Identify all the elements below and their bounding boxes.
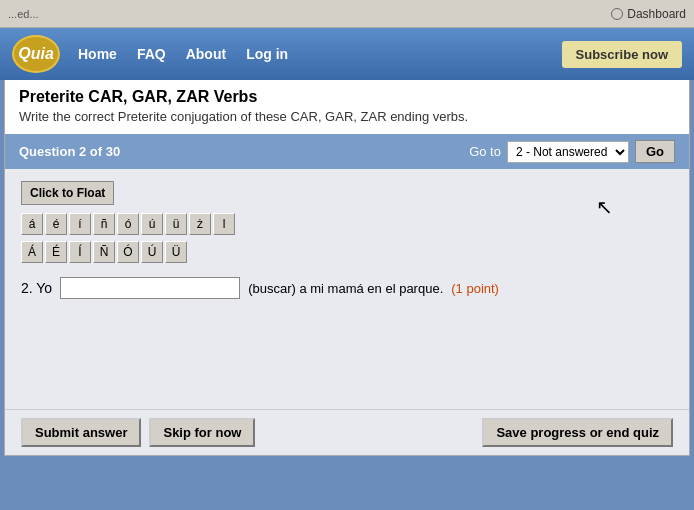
page-title: Preterite CAR, GAR, ZAR Verbs: [19, 88, 675, 106]
page-wrapper: Preterite CAR, GAR, ZAR Verbs Write the …: [4, 80, 690, 456]
char-A-acute[interactable]: Á: [21, 241, 43, 263]
char-u-acute[interactable]: ú: [141, 213, 163, 235]
goto-text: Go to: [469, 144, 501, 159]
dashboard-icon: [611, 8, 623, 20]
question-rest: (buscar) a mi mamá en el parque.: [248, 281, 443, 296]
char-z-dot[interactable]: ż: [189, 213, 211, 235]
nav-links: Home FAQ About Log in: [70, 42, 296, 66]
char-l[interactable]: l: [213, 213, 235, 235]
quia-navbar: Quia Home FAQ About Log in Subscribe now: [0, 28, 694, 80]
char-ntilde[interactable]: ñ: [93, 213, 115, 235]
dashboard-text: Dashboard: [627, 7, 686, 21]
save-progress-button[interactable]: Save progress or end quiz: [482, 418, 673, 447]
special-chars-row1: á é í ñ ó ú ü ż l: [21, 213, 673, 235]
goto-area: Go to 2 - Not answered Go: [469, 140, 675, 163]
goto-select[interactable]: 2 - Not answered: [507, 141, 629, 163]
char-U-acute[interactable]: Ú: [141, 241, 163, 263]
page-header: Preterite CAR, GAR, ZAR Verbs Write the …: [5, 80, 689, 134]
char-I-acute[interactable]: Í: [69, 241, 91, 263]
question-content: Click to Float á é í ñ ó ú ü ż l Á É Í Ñ…: [5, 169, 689, 409]
browser-url: ...ed...: [8, 8, 39, 20]
skip-button[interactable]: Skip for now: [149, 418, 255, 447]
go-button[interactable]: Go: [635, 140, 675, 163]
browser-bar: ...ed... Dashboard: [0, 0, 694, 28]
point-label: (1 point): [451, 281, 499, 296]
nav-faq[interactable]: FAQ: [129, 42, 174, 66]
answer-input[interactable]: [60, 277, 240, 299]
nav-login[interactable]: Log in: [238, 42, 296, 66]
quia-logo: Quia: [12, 35, 60, 73]
question-text-row: 2. Yo (buscar) a mi mamá en el parque. (…: [21, 277, 673, 299]
char-u-umlaut[interactable]: ü: [165, 213, 187, 235]
question-bar: Question 2 of 30 Go to 2 - Not answered …: [5, 134, 689, 169]
char-N-tilde[interactable]: Ñ: [93, 241, 115, 263]
char-e-acute[interactable]: é: [45, 213, 67, 235]
dashboard-link[interactable]: Dashboard: [611, 7, 686, 21]
subscribe-button[interactable]: Subscribe now: [562, 41, 682, 68]
char-O-acute[interactable]: Ó: [117, 241, 139, 263]
question-number: 2. Yo: [21, 280, 52, 296]
char-a-acute[interactable]: á: [21, 213, 43, 235]
question-label: Question 2 of 30: [19, 144, 120, 159]
char-U-umlaut[interactable]: Ü: [165, 241, 187, 263]
page-subtitle: Write the correct Preterite conjugation …: [19, 109, 675, 124]
char-o-acute[interactable]: ó: [117, 213, 139, 235]
nav-about[interactable]: About: [178, 42, 234, 66]
special-chars-row2: Á É Í Ñ Ó Ú Ü: [21, 241, 673, 263]
char-E-acute[interactable]: É: [45, 241, 67, 263]
submit-answer-button[interactable]: Submit answer: [21, 418, 141, 447]
float-button[interactable]: Click to Float: [21, 181, 114, 205]
cursor-icon: ↖: [596, 195, 613, 219]
char-i-acute[interactable]: í: [69, 213, 91, 235]
nav-home[interactable]: Home: [70, 42, 125, 66]
bottom-buttons: Submit answer Skip for now Save progress…: [5, 409, 689, 455]
